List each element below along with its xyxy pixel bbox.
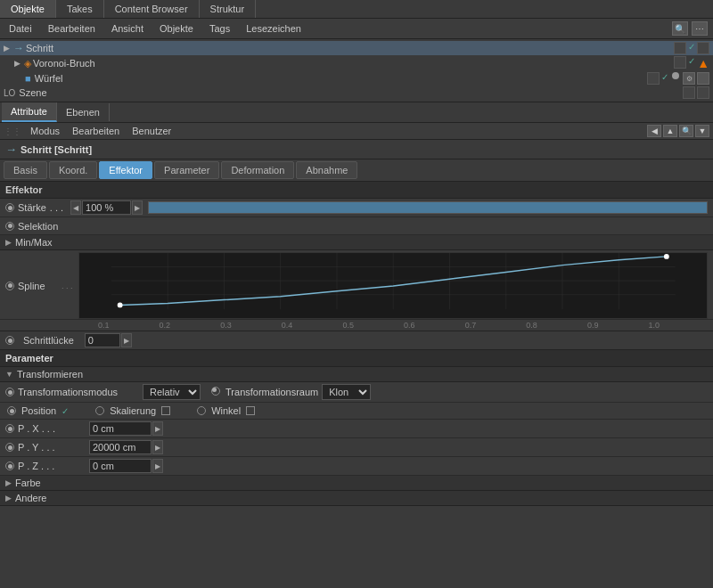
obj-icon2-wuerfel[interactable]: ⚙ [683, 72, 695, 85]
selektion-radio[interactable] [5, 222, 14, 231]
menu-extra-icon[interactable]: ⋯ [692, 21, 708, 36]
pz-step[interactable]: ▶ [152, 459, 163, 473]
spline-graph-svg[interactable] [78, 252, 708, 319]
toolbar-search-icon[interactable]: 🔍 [679, 125, 693, 137]
pz-input[interactable] [89, 459, 152, 473]
panel-tabs: Basis Koord. Effektor Parameter Deformat… [0, 159, 713, 182]
tab-struktur[interactable]: Struktur [200, 0, 257, 18]
obj-name-schritt: Schritt [26, 43, 672, 53]
svg-point-12 [663, 254, 668, 259]
obj-ctrl-w3[interactable] [697, 72, 709, 85]
py-input-group: ▶ [89, 440, 163, 454]
arrow-up-icon[interactable]: ▲ [663, 125, 677, 137]
obj-expand-schritt: ▶ [4, 44, 10, 53]
staerke-input[interactable] [82, 200, 131, 215]
staerke-step-down[interactable]: ◀ [70, 200, 81, 215]
transformationsmodus-dropdown[interactable]: Relativ Absolut [143, 384, 201, 400]
tab-parameter[interactable]: Parameter [154, 161, 219, 179]
parameter-header: Parameter [0, 350, 713, 367]
obj-row-wuerfel[interactable]: ■ Würfel ✓ ⚙ [21, 71, 713, 86]
schrittluecke-step-up[interactable]: ▶ [121, 333, 132, 347]
px-radio[interactable] [5, 424, 14, 433]
tab-attribute[interactable]: Attribute [2, 102, 57, 122]
obj-ctrl-w1[interactable] [647, 72, 660, 85]
menu-bearbeiten[interactable]: Bearbeiten [45, 22, 99, 35]
pz-radio[interactable] [5, 461, 14, 470]
px-step[interactable]: ▶ [152, 421, 163, 436]
minmax-row[interactable]: ▶ Min/Max [0, 235, 713, 250]
obj-ctrl-s1[interactable] [683, 86, 695, 99]
obj-ctrl-2[interactable] [697, 42, 709, 54]
axis-label-5: 0.6 [404, 321, 415, 330]
tab-effektor[interactable]: Effektor [99, 161, 152, 179]
tab-deformation[interactable]: Deformation [221, 161, 294, 179]
tab-koord[interactable]: Koord. [49, 161, 97, 179]
menu-ansicht[interactable]: Ansicht [108, 22, 147, 35]
obj-row-schritt[interactable]: ▶ → Schritt ✓ [0, 41, 713, 55]
menu-lesezeichen[interactable]: Lesezeichen [242, 22, 305, 35]
transformationsraum-dropdown[interactable]: Klon Welt Lokal [322, 384, 371, 400]
spline-radio[interactable] [5, 282, 14, 290]
skalierung-radio[interactable] [95, 406, 104, 415]
pz-row: P . Z . . . ▶ [0, 457, 713, 476]
px-input[interactable] [89, 421, 152, 436]
py-step[interactable]: ▶ [152, 440, 163, 454]
menu-datei[interactable]: Datei [5, 22, 36, 35]
farbe-row[interactable]: ▶ Farbe [0, 476, 713, 491]
transformieren-header[interactable]: ▼ Transformieren [0, 367, 713, 382]
schrittluecke-input[interactable] [85, 333, 120, 347]
attr-tabs-row: Attribute Ebenen [0, 102, 713, 123]
tab-content-browser[interactable]: Content Browser [104, 0, 200, 18]
andere-row[interactable]: ▶ Andere [0, 491, 713, 506]
attr-benutzer[interactable]: Benutzer [128, 125, 175, 137]
transformationsmodus-label: Transformationsmodus [18, 387, 143, 397]
staerke-radio[interactable] [5, 203, 14, 212]
staerke-input-area: ◀ ▶ [70, 200, 708, 215]
transformationsraum-radio-label: Transformationsraum [211, 387, 318, 397]
transformationsraum-radio[interactable] [211, 387, 220, 396]
top-tabs-bar: Objekte Takes Content Browser Struktur [0, 0, 713, 19]
position-label: Position [21, 405, 56, 416]
py-input[interactable] [89, 440, 152, 454]
tab-abnahme[interactable]: Abnahme [296, 161, 357, 179]
py-radio[interactable] [5, 443, 14, 452]
obj-ctrl-v1[interactable] [674, 56, 686, 69]
axis-label-8: 0.9 [587, 321, 599, 330]
toolbar-menu-icon[interactable]: ▼ [695, 125, 709, 137]
attr-modus[interactable]: Modus [27, 125, 63, 137]
svg-point-13 [117, 302, 122, 307]
px-input-group: ▶ [89, 421, 163, 436]
menu-objekte[interactable]: Objekte [156, 22, 197, 35]
tab-basis[interactable]: Basis [4, 161, 47, 179]
staerke-step-up[interactable]: ▶ [132, 200, 143, 215]
tab-objekte[interactable]: Objekte [0, 0, 56, 18]
toolbar-icons: ◀ ▲ 🔍 ▼ [647, 125, 709, 137]
skalierung-checkbox[interactable] [161, 406, 170, 415]
axis-label-3: 0.4 [282, 321, 293, 330]
winkel-item: Winkel [197, 405, 255, 416]
winkel-radio[interactable] [197, 406, 206, 415]
tab-ebenen[interactable]: Ebenen [57, 103, 110, 121]
arrow-left-icon[interactable]: ◀ [647, 125, 661, 137]
farbe-label: Farbe [15, 478, 41, 488]
attr-bearbeiten[interactable]: Bearbeiten [69, 125, 123, 137]
tab-takes[interactable]: Takes [56, 0, 104, 18]
staerke-label: Stärke [18, 202, 46, 213]
andere-arrow-icon: ▶ [5, 494, 12, 502]
skalierung-label: Skalierung [110, 405, 156, 416]
transformationsmodus-radio[interactable] [5, 388, 14, 396]
checkbox-row: Position ✓ Skalierung Winkel [0, 403, 713, 420]
schrittluecke-radio[interactable] [5, 336, 14, 345]
staerke-row: Stärke . . . ◀ ▶ [0, 199, 713, 217]
search-icon[interactable]: 🔍 [672, 21, 688, 36]
py-label: P . Y . . . [18, 442, 89, 453]
position-radio[interactable] [7, 406, 16, 415]
obj-ctrl-1[interactable] [674, 42, 686, 54]
selektion-row: Selektion [0, 217, 713, 235]
obj-row-voronoi[interactable]: ▶ ◈ Voronoi-Bruch ✓ ▲ [11, 55, 713, 71]
menu-tags[interactable]: Tags [206, 22, 234, 35]
obj-title-icon: → [5, 143, 17, 156]
obj-ctrl-s2[interactable] [697, 86, 709, 99]
winkel-checkbox[interactable] [246, 406, 255, 415]
obj-row-szene[interactable]: LO Szene [0, 86, 713, 100]
